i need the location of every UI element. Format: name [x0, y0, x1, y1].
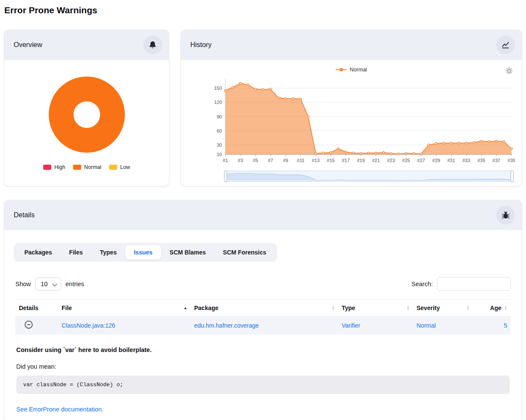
- column-header-type[interactable]: Type: [338, 300, 413, 316]
- age-link[interactable]: 5: [504, 322, 507, 329]
- svg-text:#35: #35: [477, 158, 485, 163]
- svg-text:#39: #39: [508, 158, 515, 163]
- tab-scm-blames[interactable]: SCM Blames: [161, 245, 215, 260]
- svg-text:#19: #19: [357, 158, 365, 163]
- svg-text:10: 10: [217, 152, 222, 157]
- column-header-age[interactable]: Age: [473, 300, 511, 316]
- svg-text:#37: #37: [493, 158, 500, 163]
- details-card-title: Details: [14, 211, 35, 219]
- svg-text:#13: #13: [312, 158, 319, 163]
- bell-icon: [143, 35, 162, 54]
- bug-icon: [496, 206, 515, 225]
- svg-text:#11: #11: [297, 158, 304, 163]
- legend-item-high[interactable]: High: [43, 164, 65, 170]
- datazoom-handle-right[interactable]: [511, 170, 514, 182]
- search-control: Search:: [411, 277, 511, 291]
- svg-text:#7: #7: [268, 158, 273, 163]
- expanded-issue-details: Consider using `var` here to avoid boile…: [15, 346, 511, 413]
- file-link[interactable]: ClassNode.java:126: [62, 322, 115, 329]
- history-card-body: Normal: [181, 60, 522, 186]
- gear-icon[interactable]: [505, 67, 513, 75]
- overview-card-body: High Normal Low: [4, 60, 169, 186]
- history-trend-chart[interactable]: 10306090120150#1#3#5#7#9#11#13#15#17#19#…: [188, 76, 515, 167]
- tab-files[interactable]: Files: [61, 245, 92, 260]
- high-swatch: [43, 165, 51, 170]
- datazoom-silhouette: [226, 171, 512, 181]
- svg-text:#1: #1: [223, 158, 228, 163]
- history-card-header: History: [181, 30, 522, 60]
- history-card: History Normal: [181, 30, 522, 186]
- normal-swatch: [73, 165, 81, 170]
- svg-text:#5: #5: [253, 158, 258, 163]
- column-header-severity[interactable]: Severity: [413, 300, 473, 316]
- svg-text:30: 30: [217, 142, 222, 148]
- svg-text:#25: #25: [402, 158, 410, 163]
- package-link[interactable]: edu.hm.hafner.coverage: [194, 322, 259, 329]
- svg-text:#31: #31: [447, 158, 455, 163]
- page-size-select-wrap: 10: [35, 278, 61, 290]
- page-size-control: Show 10 entries: [15, 278, 84, 290]
- overview-card-title: Overview: [14, 41, 42, 49]
- severity-donut-chart[interactable]: [48, 76, 125, 153]
- page-size-select[interactable]: 10: [35, 278, 61, 290]
- svg-text:150: 150: [214, 86, 222, 91]
- entries-label: entries: [65, 281, 84, 287]
- svg-text:90: 90: [217, 114, 222, 119]
- svg-text:#9: #9: [283, 158, 288, 163]
- tab-packages[interactable]: Packages: [16, 245, 61, 260]
- svg-text:#33: #33: [462, 158, 470, 163]
- issues-table-header-row: Details File Package Type: [15, 300, 511, 316]
- svg-text:#23: #23: [387, 158, 395, 163]
- normal-label: Normal: [84, 164, 101, 170]
- sort-icon: [332, 305, 335, 311]
- history-chart-topbar: Normal: [188, 63, 515, 76]
- severity-link[interactable]: Normal: [417, 322, 436, 329]
- datazoom-handle-left[interactable]: [224, 170, 227, 182]
- tab-types[interactable]: Types: [92, 245, 125, 260]
- history-card-title: History: [190, 41, 212, 49]
- page: Error Prone Warnings Overview High: [0, 0, 526, 420]
- svg-text:60: 60: [217, 128, 222, 133]
- table-controls: Show 10 entries Search:: [15, 277, 511, 291]
- collapse-row-icon[interactable]: [24, 320, 33, 329]
- suggested-code: var classNode = (ClassNode) o;: [16, 376, 510, 394]
- show-label: Show: [15, 281, 31, 287]
- legend-item-low[interactable]: Low: [109, 164, 130, 170]
- errorprone-doc-link[interactable]: See ErrorProne documentation.: [16, 406, 103, 413]
- details-card: Details Packages Files Types: [4, 200, 522, 420]
- column-header-details: Details: [15, 300, 58, 316]
- legend-line-marker-icon: [336, 68, 347, 72]
- issue-message: Consider using `var` here to avoid boile…: [16, 346, 510, 353]
- issues-table: Details File Package Type: [15, 299, 511, 334]
- sort-icon: [407, 305, 410, 311]
- search-input[interactable]: [437, 277, 511, 291]
- collapse-cell: [15, 316, 58, 334]
- tab-issues[interactable]: Issues: [125, 245, 161, 260]
- overview-card: Overview High Norma: [4, 30, 169, 186]
- tab-scm-forensics[interactable]: SCM Forensics: [214, 245, 275, 260]
- type-link[interactable]: Varifier: [342, 322, 360, 329]
- sort-icon: [467, 305, 470, 311]
- column-header-file[interactable]: File: [58, 300, 191, 316]
- history-legend-normal[interactable]: Normal: [336, 67, 367, 73]
- svg-text:#17: #17: [342, 158, 350, 163]
- low-swatch: [109, 165, 117, 170]
- overview-card-header: Overview: [4, 30, 169, 60]
- legend-item-normal[interactable]: Normal: [73, 164, 101, 170]
- history-legend-label: Normal: [350, 67, 367, 73]
- svg-text:#29: #29: [432, 158, 440, 163]
- top-row: Overview High Norma: [4, 30, 522, 186]
- donut-legend: High Normal Low: [43, 164, 130, 170]
- details-card-body: Packages Files Types Issues SCM Blames S…: [4, 230, 522, 420]
- search-label: Search:: [411, 281, 433, 287]
- svg-text:#15: #15: [327, 158, 334, 163]
- sort-icon: [504, 305, 507, 311]
- datazoom-slider[interactable]: [225, 171, 512, 182]
- column-header-package[interactable]: Package: [191, 300, 338, 316]
- details-tabs: Packages Files Types Issues SCM Blames S…: [14, 243, 277, 262]
- line-chart-icon: [496, 35, 515, 54]
- svg-text:#21: #21: [372, 158, 380, 163]
- high-label: High: [54, 164, 65, 170]
- sort-asc-icon: [183, 306, 187, 310]
- details-card-header: Details: [4, 200, 522, 230]
